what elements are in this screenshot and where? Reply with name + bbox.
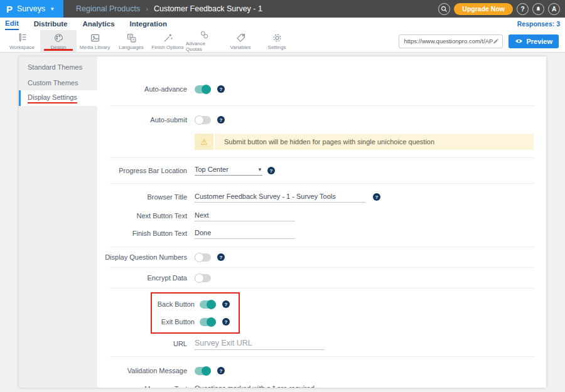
tab-workspace[interactable]: Workspace: [4, 30, 40, 52]
tab-settings[interactable]: Settings: [259, 30, 295, 52]
breadcrumb: Regional Products › Customer Feedback Su…: [76, 4, 262, 13]
warning-triangle-icon: ⚠: [195, 134, 213, 150]
pencil-edit-icon[interactable]: [493, 38, 499, 45]
preview-button-label: Preview: [526, 38, 552, 45]
auto-submit-label: Auto-submit: [97, 116, 187, 124]
display-question-numbers-help-icon[interactable]: ?: [217, 253, 225, 261]
finish-button-text-row: Finish Button Text: [97, 228, 546, 239]
tab-languages-label: Languages: [119, 45, 144, 50]
tab-languages[interactable]: A Languages: [113, 30, 149, 52]
toggle-knob: [207, 300, 216, 309]
magic-wand-icon: [163, 33, 173, 43]
exit-button-toggle[interactable]: [200, 318, 216, 326]
sidebar-item-display-settings[interactable]: Display Settings: [19, 90, 97, 106]
back-button-help-icon[interactable]: ?: [222, 300, 230, 308]
encrypt-data-row: Encrypt Data: [97, 273, 546, 283]
sidebar-item-label: Custom Themes: [28, 79, 78, 87]
tab-advance-quotas[interactable]: Advance Quotas: [186, 30, 222, 52]
back-button-toggle[interactable]: [200, 300, 216, 309]
divider: [110, 267, 535, 268]
validation-message-label: Validation Message: [97, 367, 187, 374]
validation-message-help-icon[interactable]: ?: [217, 367, 225, 374]
finish-button-text-label: Finish Button Text: [97, 230, 187, 237]
survey-nav: Edit Distribute Analytics Integration Re…: [0, 18, 565, 30]
display-question-numbers-toggle[interactable]: [195, 253, 211, 262]
auto-advance-toggle[interactable]: [195, 85, 211, 93]
exit-button-help-icon[interactable]: ?: [222, 318, 230, 326]
next-button-text-input[interactable]: [195, 210, 295, 221]
message-text-row: Message Text: [97, 383, 546, 388]
divider: [110, 157, 535, 158]
progress-bar-help-icon[interactable]: ?: [267, 167, 275, 174]
bell-icon: [535, 6, 542, 13]
exit-url-label: URL: [97, 340, 187, 347]
sidebar-item-custom-themes[interactable]: Custom Themes: [19, 75, 97, 90]
message-text-input[interactable]: [195, 383, 365, 388]
progress-bar-location-row: Progress Bar Location Top Center ▼ ?: [97, 166, 546, 176]
tab-finish-options[interactable]: Finish Options: [149, 30, 186, 52]
encrypt-data-toggle[interactable]: [195, 274, 211, 282]
account-avatar[interactable]: A: [548, 3, 560, 15]
back-button-label: Back Button: [156, 300, 195, 308]
warning-text: Submit button will be hidden for pages w…: [215, 134, 534, 150]
browser-title-label: Browser Title: [97, 193, 187, 201]
back-button-row: Back Button ?: [156, 299, 230, 309]
chevron-down-icon: ▼: [50, 6, 55, 12]
tab-design[interactable]: Design: [40, 30, 77, 52]
gear-icon: [272, 33, 282, 43]
notifications-button[interactable]: [532, 3, 544, 15]
toggle-knob: [195, 253, 204, 262]
progress-bar-location-label: Progress Bar Location: [97, 167, 187, 174]
chain-links-icon: [199, 30, 210, 40]
top-bar: P Surveys ▼ Regional Products › Customer…: [0, 0, 565, 18]
display-question-numbers-label: Display Question Numbers: [97, 253, 187, 261]
tab-variables[interactable]: Variables: [222, 30, 259, 52]
display-question-numbers-row: Display Question Numbers ?: [97, 252, 546, 262]
auto-advance-label: Auto-advance: [97, 85, 187, 93]
page-content: Standard Themes Custom Themes Display Se…: [0, 53, 565, 392]
message-text-label: Message Text: [97, 385, 187, 388]
nav-tab-edit[interactable]: Edit: [5, 18, 19, 30]
next-button-text-label: Next Button Text: [97, 212, 187, 220]
progress-bar-location-select[interactable]: Top Center ▼: [195, 166, 262, 176]
finish-button-text-input[interactable]: [195, 228, 295, 239]
progress-bar-location-value: Top Center: [195, 166, 229, 173]
sidebar-item-standard-themes[interactable]: Standard Themes: [19, 59, 97, 75]
browser-title-help-icon[interactable]: ?: [373, 193, 380, 201]
nav-tab-analytics[interactable]: Analytics: [82, 18, 114, 29]
warning-banner: ⚠ Submit button will be hidden for pages…: [195, 134, 534, 150]
auto-advance-help-icon[interactable]: ?: [217, 85, 225, 93]
toggle-knob: [202, 366, 211, 376]
divider: [110, 105, 535, 106]
sidebar-item-label: Standard Themes: [28, 63, 82, 71]
breadcrumb-folder[interactable]: Regional Products: [76, 4, 140, 13]
help-button[interactable]: ?: [517, 3, 529, 15]
product-switcher[interactable]: P Surveys ▼: [0, 0, 63, 18]
preview-button[interactable]: Preview: [508, 34, 559, 48]
encrypt-data-label: Encrypt Data: [97, 274, 187, 282]
tab-media-library[interactable]: Media Library: [77, 30, 113, 52]
tab-variables-label: Variables: [230, 45, 251, 50]
svg-text:A: A: [132, 38, 134, 41]
exit-button-row: Exit Button ?: [156, 317, 230, 327]
search-icon: [441, 6, 448, 13]
search-button[interactable]: [438, 3, 450, 15]
auto-submit-help-icon[interactable]: ?: [217, 116, 225, 124]
tab-workspace-label: Workspace: [9, 45, 35, 50]
survey-url-input[interactable]: [404, 38, 493, 45]
exit-url-input[interactable]: [195, 337, 325, 350]
product-name: Surveys: [17, 4, 45, 13]
divider: [110, 183, 535, 184]
upgrade-now-button[interactable]: Upgrade Now: [454, 3, 513, 15]
select-caret-icon: ▼: [257, 167, 262, 172]
responses-count[interactable]: Responses: 3: [517, 20, 560, 28]
tab-advance-quotas-label: Advance Quotas: [186, 41, 222, 52]
nav-tab-integration[interactable]: Integration: [130, 18, 167, 29]
validation-message-toggle[interactable]: [195, 367, 211, 375]
divider: [110, 288, 535, 289]
questionpro-logo-icon: P: [6, 4, 13, 14]
browser-title-input[interactable]: [195, 191, 365, 203]
auto-submit-toggle[interactable]: [195, 116, 211, 124]
nav-tab-distribute[interactable]: Distribute: [34, 18, 68, 29]
eye-icon: [515, 37, 523, 45]
